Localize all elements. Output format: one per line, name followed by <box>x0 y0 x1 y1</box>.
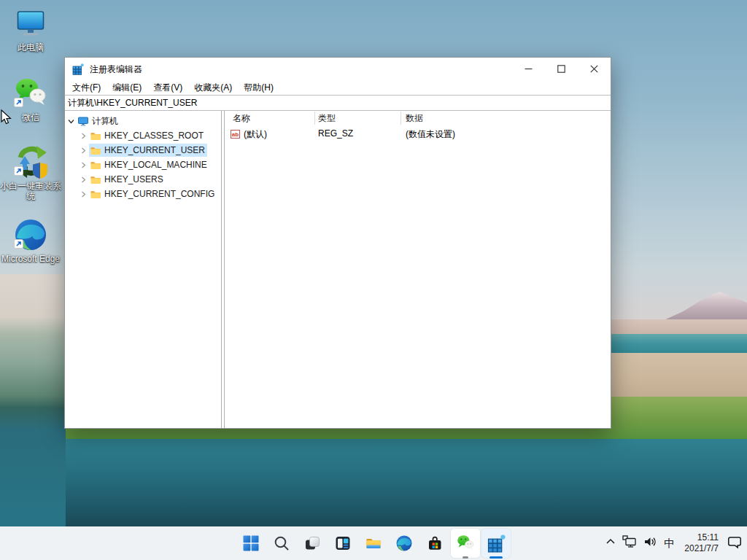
tree-item-label: HKEY_CLASSES_ROOT <box>104 131 204 141</box>
reg-sz-icon: ab <box>231 129 241 141</box>
taskbar: 中 15:11 2021/7/7 <box>0 526 747 560</box>
open-app-indicator <box>462 556 468 559</box>
tray-time: 15:11 <box>684 532 719 543</box>
wechat-icon <box>13 76 48 111</box>
file-explorer-icon <box>365 534 382 552</box>
column-divider[interactable] <box>314 112 315 125</box>
start-button[interactable] <box>236 529 266 558</box>
tray-notification-icon[interactable] <box>727 534 743 553</box>
tray-date: 2021/7/7 <box>684 543 719 554</box>
menu-edit[interactable]: 编辑(E) <box>107 82 147 94</box>
desktop-icon-label: Microsoft Edge <box>0 254 61 264</box>
wallpaper-water <box>0 439 747 526</box>
search-icon <box>273 534 290 552</box>
registry-editor-icon <box>487 534 506 553</box>
chevron-right-icon[interactable] <box>77 147 89 155</box>
active-app-indicator <box>489 556 503 559</box>
tray-ime-indicator[interactable]: 中 <box>662 537 676 551</box>
folder-icon <box>90 159 101 171</box>
tree-item-hkey-local-machine[interactable]: HKEY_LOCAL_MACHINE <box>65 158 221 172</box>
tree-item-hkey-current-user[interactable]: HKEY_CURRENT_USER <box>65 143 221 158</box>
svg-text:ab: ab <box>232 131 239 138</box>
folder-icon <box>90 130 101 141</box>
tree-item-computer[interactable]: 计算机 <box>65 114 221 128</box>
tree-item-hkey-users[interactable]: HKEY_USERS <box>65 172 221 187</box>
close-button[interactable] <box>578 58 611 80</box>
tree-item-label: HKEY_CURRENT_USER <box>104 145 205 155</box>
menu-favorites[interactable]: 收藏夹(A) <box>188 82 238 94</box>
minimize-button[interactable] <box>512 58 545 80</box>
menu-bar: 文件(F) 编辑(E) 查看(V) 收藏夹(A) 帮助(H) <box>65 81 611 95</box>
desktop-icon-label: 微信 <box>0 112 61 122</box>
menu-file[interactable]: 文件(F) <box>66 82 107 94</box>
desktop-icon-label: 此电脑 <box>0 42 61 52</box>
widgets-button[interactable] <box>328 529 357 558</box>
desktop-icon-label: 小白一键重装系统 <box>0 181 61 201</box>
widgets-icon <box>334 534 352 552</box>
folder-icon <box>90 174 101 185</box>
window-titlebar[interactable]: 注册表编辑器 <box>65 58 611 81</box>
desktop-icon-xiaobai[interactable]: 小白一键重装系统 <box>0 144 61 201</box>
tray-network-icon[interactable] <box>622 534 638 552</box>
registry-tree-pane[interactable]: 计算机 HKEY_CLASSES_ROOT <box>65 111 221 428</box>
wechat-taskbar-button[interactable] <box>451 529 480 558</box>
tray-clock[interactable]: 15:11 2021/7/7 <box>681 532 721 554</box>
tree-item-label: HKEY_LOCAL_MACHINE <box>104 160 207 170</box>
edge-button[interactable] <box>390 529 419 558</box>
task-view-button[interactable] <box>298 529 327 558</box>
address-bar[interactable]: 计算机\HKEY_CURRENT_USER <box>65 95 611 111</box>
store-button[interactable] <box>420 529 449 558</box>
desktop-icon-edge[interactable]: Microsoft Edge <box>0 217 61 264</box>
shortcut-arrow-icon <box>14 166 23 179</box>
windows-logo-icon <box>242 534 260 552</box>
chevron-down-icon[interactable] <box>65 117 77 125</box>
file-explorer-button[interactable] <box>359 529 388 558</box>
chevron-right-icon[interactable] <box>77 176 89 184</box>
list-header: 名称 类型 数据 <box>225 111 611 125</box>
chevron-right-icon[interactable] <box>77 132 89 140</box>
search-button[interactable] <box>267 529 296 558</box>
folder-icon <box>90 188 101 200</box>
xiaobai-reinstall-icon <box>13 144 48 179</box>
edge-icon <box>13 217 48 252</box>
wechat-icon <box>456 534 475 553</box>
tray-volume-icon[interactable] <box>643 534 657 552</box>
desktop-icon-this-pc[interactable]: 此电脑 <box>0 6 61 52</box>
computer-icon <box>77 115 89 127</box>
menu-help[interactable]: 帮助(H) <box>238 82 279 94</box>
registry-editor-window: 注册表编辑器 文件(F) 编辑(E) 查看(V) 收藏夹(A) 帮助(H) 计算… <box>64 57 611 429</box>
column-header-type[interactable]: 类型 <box>318 112 336 125</box>
value-data: (数值未设置) <box>406 128 455 141</box>
desktop-icon-wechat[interactable]: 微信 <box>0 76 61 122</box>
chevron-right-icon[interactable] <box>77 161 89 169</box>
registry-editor-taskbar-button[interactable] <box>481 529 511 558</box>
this-pc-icon <box>13 6 48 41</box>
tree-item-hkey-current-config[interactable]: HKEY_CURRENT_CONFIG <box>65 187 221 201</box>
shortcut-arrow-icon <box>14 238 23 252</box>
folder-icon <box>90 144 101 156</box>
column-header-name[interactable]: 名称 <box>233 112 250 125</box>
tree-item-label: HKEY_CURRENT_CONFIG <box>104 189 214 199</box>
task-view-icon <box>303 534 321 552</box>
column-divider[interactable] <box>400 112 401 125</box>
window-title: 注册表编辑器 <box>90 63 142 76</box>
tree-item-hkey-classes-root[interactable]: HKEY_CLASSES_ROOT <box>65 128 221 143</box>
desktop: 此电脑 微信 <box>0 0 747 560</box>
chevron-right-icon[interactable] <box>77 190 89 198</box>
wallpaper-left-shore <box>0 274 66 526</box>
store-icon <box>426 534 444 552</box>
edge-icon <box>395 534 413 552</box>
value-name: (默认) <box>244 128 267 141</box>
registry-editor-icon <box>72 63 84 75</box>
tree-item-label: 计算机 <box>92 115 118 128</box>
tree-item-label: HKEY_USERS <box>104 174 163 184</box>
value-type: REG_SZ <box>318 128 353 139</box>
menu-view[interactable]: 查看(V) <box>147 82 188 94</box>
maximize-button[interactable] <box>545 58 578 80</box>
column-header-data[interactable]: 数据 <box>406 112 423 125</box>
tray-chevron-up-icon[interactable] <box>605 536 616 551</box>
registry-values-pane[interactable]: 名称 类型 数据 ab (默认) REG_SZ (数值未设置) <box>225 111 611 428</box>
value-row-default[interactable]: ab (默认) REG_SZ (数值未设置) <box>225 127 611 141</box>
shortcut-arrow-icon <box>14 97 23 110</box>
